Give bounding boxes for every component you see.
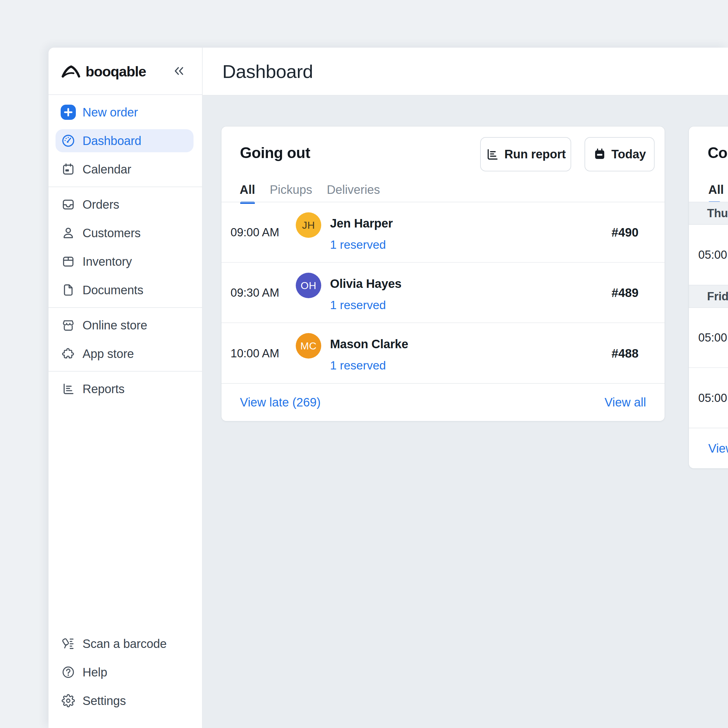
barcode-scanner-icon (61, 636, 76, 651)
avatar: MC (296, 333, 321, 359)
view-all-link[interactable]: View all (708, 442, 728, 455)
sidebar-bottom-group: Scan a barcode Help Settings (49, 629, 202, 715)
view-late-link[interactable]: View late (269) (240, 396, 321, 409)
tab-pickups[interactable]: Pickups (270, 183, 312, 203)
going-out-rows: 09:00 AM JH Jen Harper 1 reserved #490 0… (222, 202, 665, 384)
order-row-olivia-hayes[interactable]: 09:30 AM OH Olivia Hayes 1 reserved #489 (222, 263, 665, 323)
sidebar-item-dashboard[interactable]: Dashboard (49, 127, 202, 155)
return-time: 05:00 PM (698, 331, 728, 344)
sidebar-section-store: Online store App store (49, 308, 202, 372)
new-order-plus-icon (61, 105, 76, 120)
going-out-card: Going out Run report Today All (222, 127, 665, 421)
sidebar-section-primary: New order Dashboard (49, 95, 202, 187)
pickup-time: 10:00 AM (231, 347, 279, 360)
chevrons-left-icon (173, 66, 185, 76)
main-content: Going out Run report Today All (203, 96, 728, 728)
order-number: #488 (612, 346, 639, 360)
going-out-tabs: All Pickups Deliveries (240, 183, 380, 203)
reserved-link[interactable]: 1 reserved (330, 298, 386, 312)
sidebar-item-orders[interactable]: Orders (49, 190, 202, 219)
customer-name: Olivia Hayes (330, 277, 402, 291)
order-row-jen-harper[interactable]: 09:00 AM JH Jen Harper 1 reserved #490 (222, 202, 665, 263)
day-group-friday: Friday (689, 285, 728, 308)
sidebar-section-manage: Orders Customers Inventory (49, 187, 202, 308)
sidebar-item-new-order[interactable]: New order (49, 98, 202, 127)
coming-in-footer: View all (689, 428, 728, 468)
calendar-icon (61, 162, 76, 177)
return-row[interactable]: 05:00 PM (689, 308, 728, 368)
going-out-title: Going out (240, 144, 310, 162)
orders-inbox-icon (61, 197, 76, 212)
sidebar-item-scan-barcode[interactable]: Scan a barcode (49, 629, 202, 658)
return-row[interactable]: 05:00 PM (689, 225, 728, 285)
view-all-link[interactable]: View all (604, 396, 646, 409)
going-out-footer: View late (269) View all (222, 383, 665, 421)
tab-all[interactable]: All (708, 183, 724, 203)
order-number: #489 (612, 286, 639, 300)
going-out-actions: Run report Today (480, 137, 655, 171)
reserved-link[interactable]: 1 reserved (330, 359, 386, 372)
sidebar-item-customers[interactable]: Customers (49, 219, 202, 247)
sidebar-item-help[interactable]: Help (49, 658, 202, 687)
return-time: 05:00 PM (698, 392, 728, 405)
avatar: JH (296, 213, 321, 238)
help-icon (61, 665, 76, 680)
order-row-mason-clarke[interactable]: 10:00 AM MC Mason Clarke 1 reserved #488 (222, 323, 665, 384)
sidebar-item-online-store[interactable]: Online store (49, 311, 202, 340)
reports-chart-icon (61, 381, 76, 396)
customer-name: Mason Clarke (330, 337, 408, 351)
tab-deliveries[interactable]: Deliveries (327, 183, 380, 203)
sidebar-collapse-button[interactable] (173, 65, 185, 77)
pickup-time: 09:30 AM (231, 286, 279, 299)
sidebar-item-calendar[interactable]: Calendar (49, 155, 202, 184)
reserved-link[interactable]: 1 reserved (330, 238, 386, 251)
app-store-puzzle-icon (61, 346, 76, 361)
online-store-icon (61, 318, 76, 333)
tab-all[interactable]: All (240, 183, 255, 203)
coming-in-card: Coming in All Thursday 05:00 PM Friday 0… (689, 127, 728, 468)
return-row[interactable]: 05:00 PM (689, 368, 728, 428)
today-calendar-icon (593, 148, 606, 161)
booqable-logo: booqable (61, 64, 146, 79)
inventory-box-icon (61, 254, 76, 269)
pickup-time: 09:00 AM (231, 226, 279, 239)
customer-name: Jen Harper (330, 217, 393, 230)
day-group-thursday: Thursday (689, 202, 728, 225)
documents-file-icon (61, 282, 76, 298)
today-button[interactable]: Today (584, 137, 655, 171)
customers-person-icon (61, 225, 76, 240)
dashboard-icon (61, 133, 76, 148)
main-header: Dashboard (203, 47, 728, 96)
coming-in-groups: Thursday 05:00 PM Friday 05:00 PM 05:00 … (689, 202, 728, 428)
return-time: 05:00 PM (698, 248, 728, 262)
sidebar: booqable New order (49, 47, 203, 728)
coming-in-tabs: All (708, 183, 724, 203)
sidebar-section-reports: Reports (49, 372, 202, 406)
page-title: Dashboard (222, 61, 313, 82)
settings-gear-icon (61, 693, 76, 708)
run-report-chart-icon (486, 148, 499, 161)
sidebar-item-app-store[interactable]: App store (49, 340, 202, 368)
coming-in-title: Coming in (708, 144, 728, 162)
avatar: OH (296, 273, 321, 298)
brand-wordmark: booqable (86, 64, 146, 78)
sidebar-item-reports[interactable]: Reports (49, 375, 202, 403)
run-report-button[interactable]: Run report (480, 137, 571, 171)
sidebar-item-documents[interactable]: Documents (49, 276, 202, 304)
sidebar-header: booqable (49, 47, 202, 95)
booqable-logo-icon (61, 64, 82, 79)
sidebar-item-settings[interactable]: Settings (49, 687, 202, 715)
order-number: #490 (612, 225, 639, 239)
sidebar-item-inventory[interactable]: Inventory (49, 247, 202, 276)
